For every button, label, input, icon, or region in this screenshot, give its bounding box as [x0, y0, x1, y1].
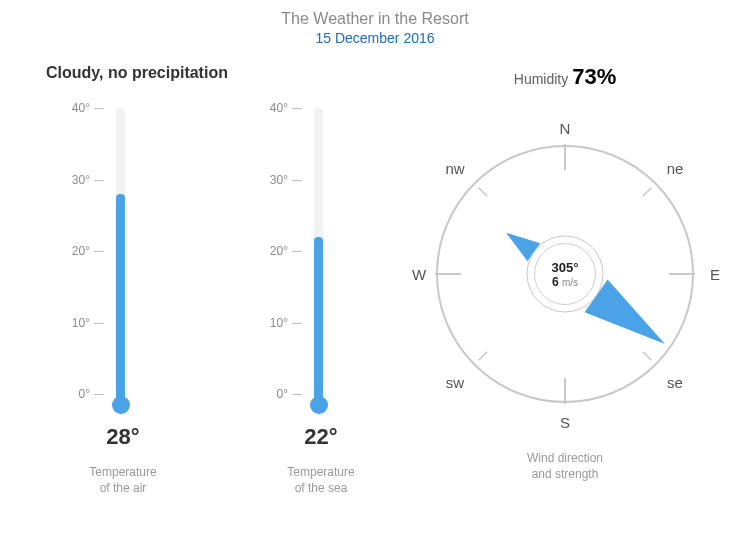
compass-ne-label: ne: [667, 160, 684, 177]
header: The Weather in the Resort 15 December 20…: [0, 0, 750, 46]
compass-direction: 305°: [552, 260, 579, 275]
compass-e-label: E: [710, 266, 720, 283]
compass: 305° 6 m/s N ne E se S sw W nw: [395, 104, 735, 444]
compass-se-label: se: [667, 374, 683, 391]
compass-sw-label: sw: [446, 374, 464, 391]
thermo-sea-value: 22°: [232, 424, 372, 450]
compass-speed: 6 m/s: [552, 275, 578, 289]
humidity-label: Humidity: [514, 71, 568, 87]
compass-s-label: S: [560, 414, 570, 431]
thermo-sea: 0°10°20°30°40° 22° Temperature of the se…: [232, 96, 372, 496]
wind-caption: Wind direction and strength: [380, 450, 750, 482]
svg-line-6: [479, 352, 487, 360]
compass-nw-label: nw: [445, 160, 464, 177]
humidity-value: 73%: [572, 64, 616, 89]
svg-line-4: [643, 352, 651, 360]
humidity: Humidity 73%: [380, 64, 750, 90]
compass-n-label: N: [560, 120, 571, 137]
thermo-sea-graph: 0°10°20°30°40°: [232, 96, 372, 416]
svg-line-8: [479, 188, 487, 196]
thermo-sea-label: Temperature of the sea: [232, 464, 372, 496]
thermometers-panel: Cloudy, no precipitation 0°10°20°30°40° …: [0, 46, 380, 496]
compass-w-label: W: [412, 266, 426, 283]
wind-panel: Humidity 73% 305° 6 m/s N ne E se S sw W…: [380, 46, 750, 482]
thermo-air: 0°10°20°30°40° 28° Temperature of the ai…: [34, 96, 174, 496]
thermo-air-graph: 0°10°20°30°40°: [34, 96, 174, 416]
svg-line-2: [643, 188, 651, 196]
compass-center: 305° 6 m/s: [534, 243, 596, 305]
conditions: Cloudy, no precipitation: [26, 64, 380, 82]
thermo-air-label: Temperature of the air: [34, 464, 174, 496]
page-date: 15 December 2016: [0, 30, 750, 46]
page-title: The Weather in the Resort: [0, 10, 750, 28]
thermo-air-value: 28°: [34, 424, 174, 450]
